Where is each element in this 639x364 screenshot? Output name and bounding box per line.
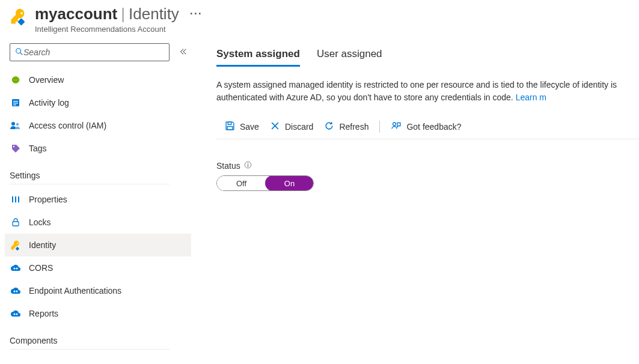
sidebar-item-access-control[interactable]: Access control (IAM) (5, 114, 191, 137)
discard-icon (270, 121, 280, 133)
sidebar-item-label: Tags (29, 144, 47, 153)
status-toggle[interactable]: Off On (216, 175, 314, 191)
sidebar-section-settings: Settings (10, 160, 170, 184)
sidebar-item-label: Reports (29, 309, 58, 318)
svg-rect-26 (227, 127, 233, 130)
svg-rect-25 (228, 122, 231, 124)
svg-rect-32 (248, 165, 248, 167)
sidebar-item-reports[interactable]: Reports (5, 302, 191, 325)
more-menu-button[interactable]: ··· (190, 8, 203, 20)
sidebar-item-endpoint-authentications[interactable]: Endpoint Authentications (5, 279, 191, 302)
info-icon[interactable] (244, 161, 252, 171)
sidebar-item-label: Overview (29, 75, 64, 85)
page-title: myaccount | Identity ··· (35, 5, 629, 23)
svg-rect-1 (17, 18, 25, 25)
sidebar-item-label: Identity (29, 240, 56, 250)
sidebar-item-identity[interactable]: Identity (5, 234, 191, 256)
svg-point-12 (13, 146, 14, 147)
svg-line-3 (20, 52, 23, 55)
tag-icon (10, 142, 22, 154)
log-icon (10, 97, 22, 109)
refresh-label: Refresh (339, 122, 368, 132)
svg-rect-9 (13, 105, 16, 105)
save-label: Save (240, 122, 259, 132)
svg-point-4 (12, 76, 19, 83)
refresh-icon (324, 121, 334, 133)
svg-rect-14 (15, 196, 16, 202)
learn-more-link[interactable]: Learn m (516, 93, 546, 102)
svg-point-19 (14, 268, 16, 270)
sidebar-item-label: Activity log (29, 98, 69, 108)
command-toolbar: Save Discard Refresh Got feedback? (216, 117, 639, 139)
svg-point-24 (16, 314, 18, 315)
description-text: A system assigned managed identity is re… (216, 80, 617, 102)
key-icon (10, 239, 22, 251)
search-icon (15, 47, 23, 58)
cloud-icon (10, 262, 22, 274)
save-icon (225, 121, 235, 133)
sidebar-item-label: Endpoint Authentications (29, 286, 121, 296)
main-content: System assigned User assigned A system a… (195, 43, 639, 353)
tab-system-assigned[interactable]: System assigned (216, 48, 300, 67)
discard-label: Discard (285, 122, 313, 132)
search-input[interactable] (23, 47, 164, 57)
svg-rect-13 (12, 196, 13, 202)
cloud-icon (10, 308, 22, 320)
svg-point-0 (20, 12, 23, 14)
save-button[interactable]: Save (225, 121, 259, 133)
svg-point-11 (16, 123, 19, 126)
identity-tabs: System assigned User assigned (216, 48, 639, 67)
sidebar-item-properties[interactable]: Properties (5, 188, 191, 211)
sidebar-item-tags[interactable]: Tags (5, 137, 191, 160)
sidebar-item-locks[interactable]: Locks (5, 211, 191, 234)
discard-button[interactable]: Discard (270, 121, 313, 133)
people-icon (10, 120, 22, 132)
globe-icon (10, 74, 22, 86)
svg-point-31 (247, 163, 248, 163)
lock-icon (10, 216, 22, 228)
sidebar-item-label: CORS (29, 263, 53, 273)
collapse-sidebar-button[interactable] (179, 47, 188, 58)
search-box[interactable] (10, 43, 170, 61)
refresh-button[interactable]: Refresh (324, 121, 368, 133)
status-label: Status (216, 161, 240, 171)
properties-icon (10, 193, 22, 205)
svg-point-20 (16, 268, 18, 270)
tab-user-assigned[interactable]: User assigned (317, 48, 382, 67)
key-icon (10, 7, 28, 27)
feedback-icon (391, 121, 402, 133)
sidebar-section-components: Components (10, 325, 170, 350)
resource-type-label: Intelligent Recommendations Account (35, 25, 629, 34)
svg-rect-8 (13, 103, 18, 103)
svg-point-10 (11, 122, 15, 126)
svg-rect-7 (13, 101, 18, 102)
status-toggle-on[interactable]: On (265, 175, 314, 191)
feedback-button[interactable]: Got feedback? (391, 121, 461, 133)
svg-point-2 (16, 48, 21, 53)
sidebar-item-label: Access control (IAM) (29, 121, 106, 130)
svg-point-29 (393, 123, 396, 126)
sidebar: Overview Activity log Access control (IA… (0, 43, 195, 353)
status-toggle-off[interactable]: Off (217, 176, 266, 190)
svg-point-17 (17, 243, 18, 244)
svg-rect-15 (18, 196, 19, 202)
sidebar-item-label: Properties (29, 195, 67, 204)
cloud-icon (10, 285, 22, 297)
svg-point-23 (14, 314, 16, 315)
sidebar-item-cors[interactable]: CORS (5, 256, 191, 279)
svg-point-21 (14, 291, 16, 293)
sidebar-item-overview[interactable]: Overview (5, 68, 191, 91)
feedback-label: Got feedback? (406, 122, 461, 132)
sidebar-item-activity-log[interactable]: Activity log (5, 91, 191, 114)
identity-description: A system assigned managed identity is re… (216, 79, 639, 104)
sidebar-item-label: Locks (29, 217, 51, 227)
account-name: myaccount (35, 5, 117, 23)
svg-rect-16 (13, 222, 19, 226)
title-separator: | (121, 5, 125, 23)
svg-point-22 (16, 291, 18, 293)
section-name: Identity (129, 5, 179, 23)
svg-rect-18 (16, 247, 19, 250)
toolbar-separator (379, 121, 380, 133)
